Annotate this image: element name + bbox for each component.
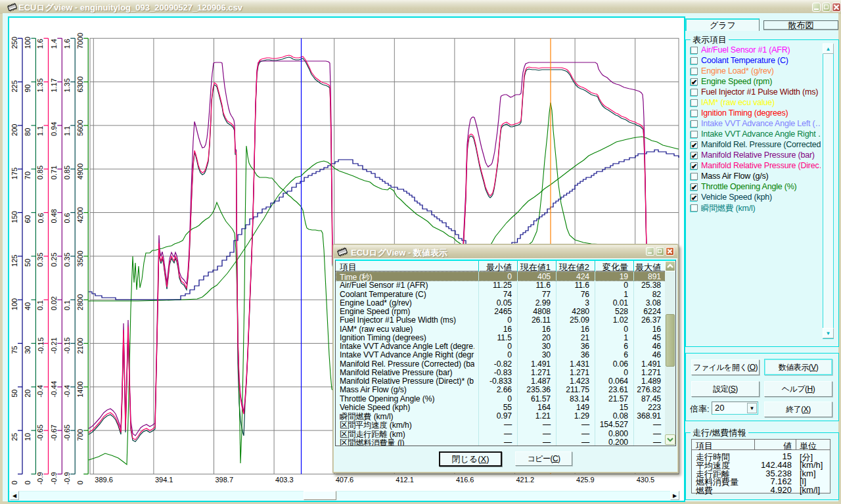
svg-text:0.85: 0.85 — [37, 166, 45, 179]
svg-text:20: 20 — [24, 390, 32, 398]
svg-text:6300: 6300 — [76, 76, 84, 92]
svg-text:0.6: 0.6 — [63, 213, 71, 223]
svg-text:0.1: 0.1 — [63, 300, 71, 310]
svg-text:-0.65: -0.65 — [63, 424, 71, 441]
svg-text:-0.21: -0.21 — [50, 337, 58, 354]
svg-text:1400: 1400 — [76, 381, 84, 397]
svg-text:4900: 4900 — [76, 164, 84, 179]
svg-text:-0.9: -0.9 — [37, 472, 45, 484]
svg-text:412.1: 412.1 — [396, 476, 414, 484]
svg-text:421.2: 421.2 — [516, 476, 535, 484]
svg-text:0: 0 — [24, 480, 32, 484]
svg-text:2100: 2100 — [76, 338, 84, 354]
svg-text:407.6: 407.6 — [336, 476, 354, 484]
svg-text:0.35: 0.35 — [63, 252, 71, 266]
svg-text:-0.65: -0.65 — [37, 424, 45, 441]
svg-text:90: 90 — [24, 84, 32, 92]
svg-text:175: 175 — [11, 168, 18, 179]
svg-text:425.9: 425.9 — [576, 476, 595, 484]
svg-text:403.3: 403.3 — [275, 476, 294, 484]
svg-text:1.6: 1.6 — [63, 39, 71, 49]
svg-text:50: 50 — [11, 390, 18, 398]
svg-text:0.1: 0.1 — [37, 300, 45, 310]
svg-text:-0.15: -0.15 — [63, 337, 71, 354]
svg-text:100: 100 — [11, 298, 18, 310]
svg-text:250: 250 — [11, 37, 18, 49]
svg-text:125: 125 — [11, 255, 18, 267]
svg-text:1.6: 1.6 — [37, 39, 45, 49]
svg-text:-0.4: -0.4 — [63, 385, 71, 398]
svg-text:-0.67: -0.67 — [50, 424, 58, 441]
svg-text:0.71: 0.71 — [50, 166, 58, 179]
svg-text:60: 60 — [24, 215, 32, 223]
svg-text:0.02: 0.02 — [50, 296, 58, 310]
svg-text:1.35: 1.35 — [63, 78, 71, 92]
svg-text:2800: 2800 — [76, 294, 84, 310]
svg-text:-0.9: -0.9 — [50, 472, 58, 484]
svg-text:75: 75 — [11, 346, 18, 354]
svg-text:0: 0 — [11, 480, 18, 484]
svg-text:10: 10 — [24, 433, 32, 441]
svg-text:100: 100 — [24, 37, 32, 49]
svg-text:70: 70 — [24, 172, 32, 179]
svg-text:80: 80 — [24, 128, 32, 136]
svg-text:225: 225 — [11, 80, 18, 92]
svg-text:-0.9: -0.9 — [63, 472, 71, 484]
svg-text:1.1: 1.1 — [63, 126, 71, 136]
svg-text:398.7: 398.7 — [216, 476, 234, 484]
svg-text:0: 0 — [76, 480, 84, 484]
svg-text:0.6: 0.6 — [37, 213, 45, 223]
svg-text:1.4: 1.4 — [50, 39, 58, 49]
svg-text:-0.15: -0.15 — [37, 337, 45, 354]
svg-text:0.48: 0.48 — [50, 209, 58, 223]
svg-text:389.6: 389.6 — [95, 476, 113, 484]
svg-text:25: 25 — [11, 433, 18, 441]
svg-text:-0.4: -0.4 — [37, 385, 45, 398]
svg-text:5600: 5600 — [76, 120, 84, 135]
svg-text:700: 700 — [76, 429, 84, 441]
svg-text:0.35: 0.35 — [37, 252, 45, 266]
svg-text:1.17: 1.17 — [50, 78, 58, 92]
svg-text:394.1: 394.1 — [155, 476, 173, 484]
svg-text:-0.44: -0.44 — [50, 381, 58, 398]
svg-text:200: 200 — [11, 124, 18, 136]
svg-text:0.85: 0.85 — [63, 166, 71, 179]
svg-text:1.1: 1.1 — [37, 126, 45, 136]
svg-text:50: 50 — [24, 259, 32, 267]
svg-text:7000: 7000 — [76, 33, 84, 49]
svg-text:40: 40 — [24, 302, 32, 310]
svg-text:430.5: 430.5 — [637, 476, 655, 484]
svg-text:3500: 3500 — [76, 250, 84, 266]
svg-text:30: 30 — [24, 346, 32, 354]
svg-text:0.94: 0.94 — [50, 122, 58, 135]
svg-text:4200: 4200 — [76, 207, 84, 223]
svg-text:416.6: 416.6 — [456, 476, 474, 484]
svg-text:0.25: 0.25 — [50, 252, 58, 266]
svg-text:150: 150 — [11, 211, 18, 223]
svg-text:1.35: 1.35 — [37, 78, 45, 92]
